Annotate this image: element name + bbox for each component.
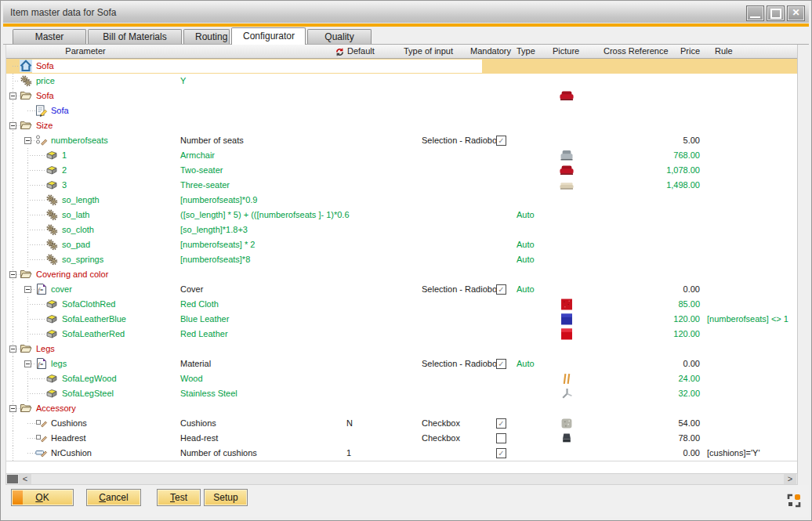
default-button-accent [13, 490, 23, 505]
default-value-cell: 1 [346, 446, 351, 461]
scrollbar-thumb[interactable] [7, 475, 18, 483]
table-row[interactable]: 2Two-seater1,078.00 [6, 163, 797, 178]
table-row[interactable]: 1Armchair768.00 [6, 148, 797, 163]
table-row[interactable]: Covering and color [6, 267, 797, 282]
table-row[interactable]: so_springs[numberofseats]*8Auto [6, 252, 797, 267]
scroll-right-arrow-icon[interactable]: > [784, 474, 796, 484]
table-row[interactable]: HeadrestHead-restCheckbox78.00 [6, 431, 797, 446]
table-row[interactable]: so_lath([so_length] * 5) + (([numberofse… [6, 208, 797, 223]
type-of-input-cell: Selection - Radiobox [422, 282, 502, 297]
parameter-label: 3 [62, 178, 67, 193]
tree-connector [27, 453, 35, 454]
minimize-button[interactable] [746, 5, 764, 21]
rule-cell: [numberofseats] <> 1 [707, 312, 788, 327]
tree-guide-line [13, 178, 13, 193]
tab-configurator[interactable]: Configurator [231, 27, 306, 45]
parameter-label: Accessory [36, 401, 76, 416]
horizontal-scrollbar[interactable]: < > [5, 473, 798, 485]
table-row[interactable]: so_length[numberofseats]*0.9 [6, 193, 797, 208]
table-row[interactable]: Sofa [6, 89, 797, 103]
collapse-toggle[interactable] [9, 405, 16, 412]
table-row[interactable]: f=legsMaterialSelection - Radiobox✓Auto0… [6, 356, 797, 371]
tree-guide-line [13, 252, 13, 267]
collapse-toggle[interactable] [9, 271, 16, 278]
table-row[interactable]: priceY [6, 74, 797, 89]
scroll-left-arrow-icon[interactable]: < [19, 474, 31, 484]
tree-connector [27, 334, 45, 335]
description-cell: Red Leather [180, 327, 228, 342]
column-header-parameter[interactable]: Parameter [48, 45, 123, 58]
folder-icon [20, 119, 32, 132]
tab-bar: Master DataBill of MaterialsRoutingConfi… [3, 27, 809, 45]
table-row[interactable]: Sofa [6, 59, 797, 74]
close-button[interactable]: ✕ [787, 5, 805, 21]
tree-connector [27, 185, 45, 186]
table-row[interactable]: 3Three-seater1,498.00 [6, 178, 797, 193]
collapse-toggle[interactable] [24, 360, 31, 367]
title-bar[interactable]: Item master data for Sofa ✕ [3, 3, 809, 24]
maximize-button[interactable] [767, 5, 785, 21]
collapse-toggle[interactable] [24, 286, 31, 293]
test-button[interactable]: Test [157, 489, 201, 506]
collapse-toggle[interactable] [24, 137, 31, 144]
tree-guide-line [13, 223, 13, 237]
tree-guide-line [13, 371, 13, 386]
table-row[interactable]: SofaClothRedRed Cloth85.00 [6, 297, 797, 312]
tab-bill-of-materials[interactable]: Bill of Materials [88, 29, 182, 44]
table-row[interactable]: f=coverCoverSelection - Radiobox✓Auto0.0… [6, 282, 797, 297]
gears-icon [20, 74, 32, 87]
table-row[interactable]: SofaLeatherBlueBlue Leather120.00[number… [6, 312, 797, 327]
home-icon [20, 60, 32, 72]
mandatory-checkbox[interactable] [496, 433, 506, 443]
table-row[interactable]: CushionsCushionsNCheckbox✓54.00 [6, 416, 797, 431]
column-header-price[interactable]: Price [664, 45, 700, 58]
table-row[interactable]: NrCushionNumber of cushions1✓0.00[cushio… [6, 446, 797, 461]
mandatory-checkbox[interactable]: ✓ [496, 284, 506, 295]
tab-routing[interactable]: Routing [183, 29, 230, 44]
type-cell: Auto [517, 252, 535, 267]
close-icon: ✕ [788, 7, 804, 18]
table-row[interactable]: SofaLegWoodWood24.00 [6, 371, 797, 386]
mandatory-checkbox[interactable]: ✓ [496, 359, 506, 369]
description-cell: Number of seats [180, 133, 244, 148]
gears-icon [45, 223, 58, 236]
mandatory-checkbox[interactable]: ✓ [496, 448, 506, 458]
table-row[interactable]: so_cloth[so_length]*1.8+3 [6, 223, 797, 237]
column-header-mandatory[interactable]: Mandatory [470, 45, 511, 58]
tree-guide-line [13, 193, 13, 208]
minimize-icon [750, 16, 760, 18]
price-cell: 0.00 [629, 282, 700, 297]
column-header-picture[interactable]: Picture [553, 45, 579, 58]
column-header-type-of-input[interactable]: Type of input [404, 45, 453, 58]
table-row[interactable]: numberofseatsNumber of seatsSelection - … [6, 133, 797, 148]
parameter-label: Headrest [51, 431, 86, 446]
table-row[interactable]: SofaLeatherRedRed Leather120.00 [6, 327, 797, 342]
ok-button[interactable]: OK [11, 489, 74, 506]
column-header-default[interactable]: Default [347, 45, 375, 58]
collapse-toggle[interactable] [9, 92, 16, 99]
mandatory-checkbox[interactable]: ✓ [496, 418, 506, 429]
table-row[interactable]: so_pad[numberofseats] * 2Auto [6, 237, 797, 252]
column-header-type[interactable]: Type [517, 45, 535, 58]
cancel-button[interactable]: Cancel [86, 489, 141, 506]
setup-button[interactable]: Setup [204, 489, 248, 506]
table-row[interactable]: SofaLegSteelStainless Steel32.00 [6, 386, 797, 401]
tab-quality-control[interactable]: Quality control [307, 29, 372, 44]
column-header-cross-reference[interactable]: Cross Reference [604, 45, 669, 58]
collapse-toggle[interactable] [9, 122, 16, 129]
column-header-rule[interactable]: Rule [715, 45, 733, 58]
description-cell: Stainless Steel [180, 386, 237, 401]
table-row[interactable]: Accessory [6, 401, 797, 416]
table-row[interactable]: Legs [6, 342, 797, 356]
inline-edit-field[interactable] [32, 60, 482, 73]
table-row[interactable]: Sofa [6, 103, 797, 118]
table-row[interactable]: Size [6, 118, 797, 133]
mandatory-checkbox[interactable]: ✓ [496, 136, 506, 146]
tree-connector [13, 81, 20, 81]
resize-corners-icon[interactable] [787, 494, 801, 508]
tree-connector [27, 319, 45, 320]
collapse-toggle[interactable] [9, 346, 16, 353]
tab-master-data[interactable]: Master Data [13, 29, 86, 44]
notepad-pencil-icon [35, 104, 48, 117]
parameter-label: SofaLeatherRed [62, 327, 125, 342]
